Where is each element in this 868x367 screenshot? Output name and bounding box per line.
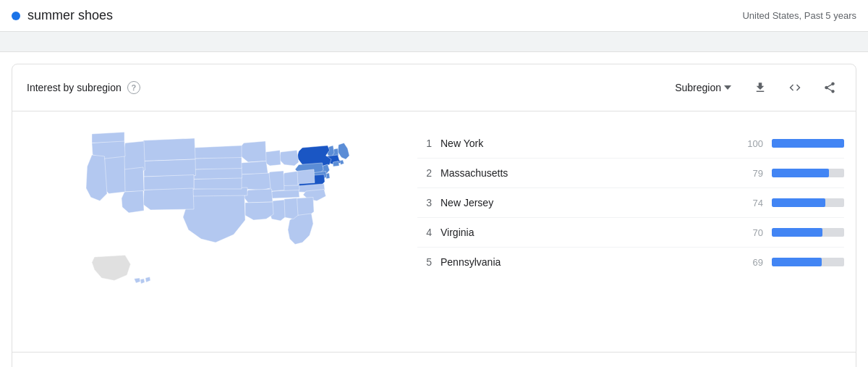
card-title-text: Interest by subregion xyxy=(27,82,122,93)
share-icon xyxy=(823,81,836,94)
rank-number: 3 xyxy=(417,197,432,208)
us-map xyxy=(31,123,393,340)
next-page-button[interactable] xyxy=(821,361,841,367)
rank-name: Virginia xyxy=(441,227,733,238)
map-section xyxy=(24,123,400,340)
download-icon xyxy=(754,81,767,94)
rank-row: 5 Pennsylvania 69 xyxy=(417,248,844,277)
rank-number: 1 xyxy=(417,138,432,149)
rank-name: Pennsylvania xyxy=(441,256,733,268)
rank-bar-fill xyxy=(772,198,825,207)
rank-score: 100 xyxy=(741,138,763,149)
subregion-label: Subregion xyxy=(675,82,721,93)
rank-bar-fill xyxy=(772,228,822,237)
rank-number: 5 xyxy=(417,256,432,268)
state-new-mexico xyxy=(143,188,194,210)
rank-name: New Jersey xyxy=(441,197,733,208)
rank-bar-fill xyxy=(772,169,829,177)
interest-by-subregion-card: Interest by subregion ? Subregion xyxy=(12,64,856,367)
search-dot xyxy=(12,12,20,20)
chevron-down-icon xyxy=(724,85,731,90)
search-term-container: summer shoes xyxy=(12,8,113,23)
help-icon[interactable]: ? xyxy=(127,81,140,94)
rank-score: 70 xyxy=(741,227,763,238)
rank-row: 1 New York 100 xyxy=(417,129,844,159)
rank-number: 4 xyxy=(417,227,432,238)
state-arizona xyxy=(122,191,144,214)
divider-bar xyxy=(0,32,868,52)
state-colorado xyxy=(144,175,194,190)
rank-score: 79 xyxy=(741,168,763,179)
embed-icon xyxy=(788,81,801,94)
state-arkansas xyxy=(244,189,273,203)
state-washington xyxy=(92,132,124,143)
state-wyoming xyxy=(144,159,196,177)
rank-bar-container xyxy=(772,169,844,177)
state-alaska xyxy=(92,256,131,281)
rank-score: 69 xyxy=(741,257,763,268)
rank-row: 4 Virginia 70 xyxy=(417,218,844,248)
state-ri xyxy=(340,160,344,165)
rank-row: 2 Massachusetts 79 xyxy=(417,159,844,188)
rank-bar-container xyxy=(772,139,844,148)
card-title-group: Interest by subregion ? xyxy=(27,81,140,94)
state-north-dakota xyxy=(194,145,242,159)
rank-bar-fill xyxy=(772,258,822,266)
state-hawaii-2 xyxy=(140,279,145,284)
subregion-dropdown[interactable]: Subregion xyxy=(669,79,737,96)
rank-bar-fill xyxy=(772,139,844,148)
location-time: United States, Past 5 years xyxy=(742,10,856,21)
state-utah xyxy=(124,167,144,192)
rank-row: 3 New Jersey 74 xyxy=(417,188,844,218)
state-ct xyxy=(333,161,340,167)
state-ohio xyxy=(295,169,315,184)
rank-number: 2 xyxy=(417,167,432,179)
rank-score: 74 xyxy=(741,198,763,208)
state-michigan xyxy=(279,151,299,166)
rank-name: Massachusetts xyxy=(441,167,733,179)
state-hawaii-1 xyxy=(135,278,141,283)
rank-bar-container xyxy=(772,198,844,207)
state-montana xyxy=(143,138,195,161)
rankings-section: 1 New York 100 2 Massachusetts 79 3 New … xyxy=(417,123,844,340)
download-button[interactable] xyxy=(749,76,772,99)
search-term-text: summer shoes xyxy=(27,8,113,23)
embed-button[interactable] xyxy=(783,76,807,99)
share-button[interactable] xyxy=(818,76,841,99)
prev-page-button[interactable] xyxy=(659,361,679,367)
rank-bar-container xyxy=(772,228,844,237)
state-maine xyxy=(338,143,349,160)
card-controls: Subregion xyxy=(669,76,841,99)
state-minnesota xyxy=(240,141,266,162)
card-header: Interest by subregion ? Subregion xyxy=(12,64,856,111)
top-bar: summer shoes United States, Past 5 years xyxy=(0,0,868,32)
state-california xyxy=(86,155,107,201)
state-louisiana xyxy=(245,202,273,220)
rank-bar-container xyxy=(772,258,844,266)
rank-name: New York xyxy=(441,138,733,149)
state-hawaii-3 xyxy=(145,277,150,283)
card-footer: Showing 1-5 of 50 subregions xyxy=(12,352,856,367)
card-body: 1 New York 100 2 Massachusetts 79 3 New … xyxy=(12,111,856,352)
